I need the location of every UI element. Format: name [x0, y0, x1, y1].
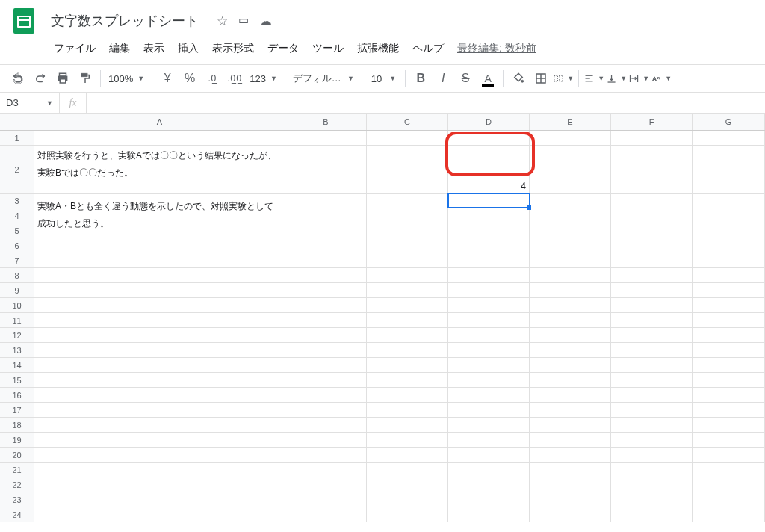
cell-C21[interactable] — [367, 463, 448, 477]
cell-G21[interactable] — [693, 463, 765, 477]
row-header[interactable]: 4 — [0, 208, 34, 223]
cell-D5[interactable] — [448, 223, 530, 238]
cell-A14[interactable] — [34, 358, 285, 372]
print-button[interactable] — [52, 68, 73, 89]
cell-F20[interactable] — [611, 448, 693, 462]
cell-B10[interactable] — [285, 298, 367, 312]
col-header-G[interactable]: G — [693, 114, 765, 130]
row-header[interactable]: 20 — [0, 448, 34, 462]
cell-F23[interactable] — [611, 492, 693, 507]
cell-B1[interactable] — [285, 131, 367, 145]
cell-G24[interactable] — [693, 507, 765, 522]
menu-format[interactable]: 表示形式 — [206, 39, 260, 58]
row-header[interactable]: 8 — [0, 268, 34, 282]
cell-A13[interactable] — [34, 343, 285, 357]
cell-A19[interactable] — [34, 433, 285, 447]
cell-D7[interactable] — [448, 253, 530, 267]
cell-G17[interactable] — [693, 403, 765, 417]
row-header[interactable]: 11 — [0, 313, 34, 327]
cell-G22[interactable] — [693, 477, 765, 492]
sheets-logo[interactable] — [9, 6, 39, 36]
cell-D22[interactable] — [448, 477, 530, 492]
cell-E19[interactable] — [530, 433, 611, 447]
row-header[interactable]: 18 — [0, 418, 34, 432]
cell-D12[interactable] — [448, 328, 530, 342]
cell-C11[interactable] — [367, 313, 448, 327]
menu-view[interactable]: 表示 — [137, 39, 170, 58]
cell-E23[interactable] — [530, 492, 611, 507]
decrease-decimal-button[interactable]: .0̲ — [202, 68, 223, 89]
cell-E11[interactable] — [530, 313, 611, 327]
cell-D2[interactable]: 4 — [448, 146, 530, 193]
cell-G8[interactable] — [693, 268, 765, 282]
cell-E20[interactable] — [530, 448, 611, 462]
cell-A4[interactable] — [34, 208, 285, 223]
cell-C10[interactable] — [367, 298, 448, 312]
star-icon[interactable]: ☆ — [217, 13, 228, 29]
cell-E14[interactable] — [530, 358, 611, 372]
cell-D17[interactable] — [448, 403, 530, 417]
cell-C14[interactable] — [367, 358, 448, 372]
cell-E3[interactable] — [530, 194, 611, 208]
paint-format-button[interactable] — [75, 68, 96, 89]
font-family-select[interactable]: デフォルト...▼ — [290, 72, 357, 85]
cell-A24[interactable] — [34, 507, 285, 522]
cell-G23[interactable] — [693, 492, 765, 507]
cell-F16[interactable] — [611, 388, 693, 402]
row-header[interactable]: 2 — [0, 146, 34, 193]
undo-button[interactable] — [7, 68, 28, 89]
cell-D15[interactable] — [448, 373, 530, 387]
cell-F11[interactable] — [611, 313, 693, 327]
cell-C17[interactable] — [367, 403, 448, 417]
last-edit-label[interactable]: 最終編集: 数秒前 — [457, 42, 536, 55]
menu-extensions[interactable]: 拡張機能 — [351, 39, 405, 58]
cell-G7[interactable] — [693, 253, 765, 267]
row-header[interactable]: 22 — [0, 477, 34, 492]
move-icon[interactable]: ▭ — [238, 13, 249, 29]
cell-C2[interactable] — [367, 146, 448, 193]
cell-F3[interactable] — [611, 194, 693, 208]
fill-color-button[interactable] — [508, 68, 529, 89]
cell-C6[interactable] — [367, 238, 448, 253]
cell-B19[interactable] — [285, 433, 367, 447]
cell-B5[interactable] — [285, 223, 367, 238]
row-header[interactable]: 6 — [0, 238, 34, 253]
cell-C4[interactable] — [367, 208, 448, 223]
cell-G2[interactable] — [693, 146, 765, 193]
row-header[interactable]: 12 — [0, 328, 34, 342]
increase-decimal-button[interactable]: .0̲0̲ — [224, 68, 245, 89]
cell-D13[interactable] — [448, 343, 530, 357]
cell-D23[interactable] — [448, 492, 530, 507]
cell-D19[interactable] — [448, 433, 530, 447]
cell-F7[interactable] — [611, 253, 693, 267]
cell-F22[interactable] — [611, 477, 693, 492]
cell-F13[interactable] — [611, 343, 693, 357]
cell-G1[interactable] — [693, 131, 765, 145]
cell-E8[interactable] — [530, 268, 611, 282]
cell-D3[interactable] — [448, 194, 530, 208]
cell-G3[interactable] — [693, 194, 765, 208]
cell-B6[interactable] — [285, 238, 367, 253]
cell-C19[interactable] — [367, 433, 448, 447]
cell-E10[interactable] — [530, 298, 611, 312]
row-header[interactable]: 14 — [0, 358, 34, 372]
cell-E2[interactable] — [530, 146, 611, 193]
text-color-button[interactable]: A — [477, 68, 498, 89]
cell-G9[interactable] — [693, 283, 765, 297]
cell-E13[interactable] — [530, 343, 611, 357]
cell-A8[interactable] — [34, 268, 285, 282]
cell-B14[interactable] — [285, 358, 367, 372]
col-header-C[interactable]: C — [367, 114, 448, 130]
cell-A12[interactable] — [34, 328, 285, 342]
cell-C8[interactable] — [367, 268, 448, 282]
cell-A15[interactable] — [34, 373, 285, 387]
name-box[interactable]: D3▼ — [0, 93, 60, 113]
cell-G11[interactable] — [693, 313, 765, 327]
cell-E6[interactable] — [530, 238, 611, 253]
cell-F9[interactable] — [611, 283, 693, 297]
cell-F6[interactable] — [611, 238, 693, 253]
cell-A22[interactable] — [34, 477, 285, 492]
row-header[interactable]: 16 — [0, 388, 34, 402]
cell-E24[interactable] — [530, 507, 611, 522]
cell-B9[interactable] — [285, 283, 367, 297]
